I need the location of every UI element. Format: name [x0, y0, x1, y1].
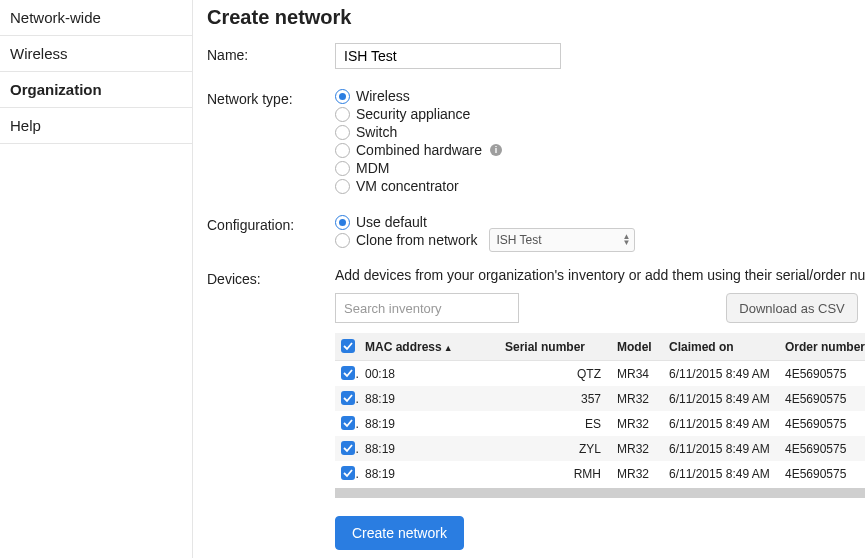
radio-switch[interactable]: Switch [335, 123, 853, 141]
cell-serial: RMH [499, 461, 611, 486]
table-row: 88:19ZYLMR326/11/2015 8:49 AM4E5690575DE [335, 436, 865, 461]
row-checkbox[interactable] [341, 366, 355, 380]
cell-claimed: 6/11/2015 8:49 AM [663, 361, 779, 387]
cell-claimed: 6/11/2015 8:49 AM [663, 411, 779, 436]
page-title: Create network [207, 6, 853, 29]
radio-dot-icon [335, 143, 350, 158]
radio-label: Clone from network [356, 232, 477, 248]
radio-clone-from-network[interactable]: Clone from network ISH Test ▲▼ [335, 231, 853, 249]
radio-dot-icon [335, 179, 350, 194]
radio-label: Use default [356, 214, 427, 230]
radio-label: MDM [356, 160, 389, 176]
radio-dot-icon [335, 233, 350, 248]
table-header-row: MAC address▲ Serial number Model Claimed… [335, 333, 865, 361]
check-icon [343, 468, 353, 478]
radio-dot-icon [335, 89, 350, 104]
info-icon[interactable]: i [490, 144, 502, 156]
radio-mdm[interactable]: MDM [335, 159, 853, 177]
radio-label: VM concentrator [356, 178, 459, 194]
radio-dot-icon [335, 107, 350, 122]
cell-model: MR32 [611, 436, 663, 461]
col-mac-header[interactable]: MAC address▲ [359, 333, 499, 361]
row-network-type: Network type: Wireless Security applianc… [207, 87, 853, 195]
devices-hint: Add devices from your organization's inv… [335, 267, 865, 283]
label-configuration: Configuration: [207, 213, 335, 233]
check-icon [343, 393, 353, 403]
cell-claimed: 6/11/2015 8:49 AM [663, 461, 779, 486]
cell-mac: 00:18 [359, 361, 499, 387]
col-serial-header[interactable]: Serial number [499, 333, 611, 361]
cell-mac: 88:19 [359, 436, 499, 461]
check-icon [343, 443, 353, 453]
table-row: 88:19357MR326/11/2015 8:49 AM4E5690575DE [335, 386, 865, 411]
sidebar-item-organization[interactable]: Organization [0, 72, 192, 108]
check-icon [343, 368, 353, 378]
cell-claimed: 6/11/2015 8:49 AM [663, 436, 779, 461]
radio-dot-icon [335, 125, 350, 140]
label-network-type: Network type: [207, 87, 335, 107]
row-checkbox[interactable] [341, 441, 355, 455]
radio-label: Switch [356, 124, 397, 140]
select-all-checkbox[interactable] [341, 339, 355, 353]
cell-model: MR32 [611, 461, 663, 486]
radio-dot-icon [335, 161, 350, 176]
radio-label: Security appliance [356, 106, 470, 122]
name-input[interactable] [335, 43, 561, 69]
download-csv-button[interactable]: Download as CSV [726, 293, 858, 323]
cell-order: 4E5690575 [779, 361, 865, 387]
devices-panel: Add devices from your organization's inv… [335, 267, 865, 550]
radio-security-appliance[interactable]: Security appliance [335, 105, 853, 123]
configuration-options: Use default Clone from network ISH Test … [335, 213, 853, 249]
cell-order: 4E5690575 [779, 411, 865, 436]
row-configuration: Configuration: Use default Clone from ne… [207, 213, 853, 249]
row-name: Name: [207, 43, 853, 69]
devices-table: MAC address▲ Serial number Model Claimed… [335, 333, 865, 498]
clone-network-select[interactable]: ISH Test ▲▼ [489, 228, 635, 252]
cell-mac: 88:19 [359, 411, 499, 436]
sidebar: Network-wide Wireless Organization Help [0, 0, 193, 558]
col-model-header[interactable]: Model [611, 333, 663, 361]
cell-serial: ZYL [499, 436, 611, 461]
radio-wireless[interactable]: Wireless [335, 87, 853, 105]
cell-order: 4E5690575 [779, 386, 865, 411]
col-order-header[interactable]: Order number [779, 333, 865, 361]
cell-order: 4E5690575 [779, 436, 865, 461]
radio-label: Wireless [356, 88, 410, 104]
row-checkbox[interactable] [341, 416, 355, 430]
cell-mac: 88:19 [359, 386, 499, 411]
radio-dot-icon [335, 215, 350, 230]
search-input[interactable] [335, 293, 519, 323]
table-row: 88:19ESMR326/11/2015 8:49 AM4E5690575DE [335, 411, 865, 436]
network-type-options: Wireless Security appliance Switch Combi… [335, 87, 853, 195]
cell-model: MR34 [611, 361, 663, 387]
row-devices: Devices: Add devices from your organizat… [207, 267, 853, 550]
table-row: 00:18QTZMR346/11/2015 8:49 AM4E5690575DE [335, 361, 865, 387]
cell-claimed: 6/11/2015 8:49 AM [663, 386, 779, 411]
sidebar-item-help[interactable]: Help [0, 108, 192, 144]
main-content: Create network Name: Network type: Wirel… [193, 0, 865, 558]
row-checkbox[interactable] [341, 466, 355, 480]
radio-label: Combined hardware [356, 142, 482, 158]
label-devices: Devices: [207, 267, 335, 287]
label-name: Name: [207, 43, 335, 63]
cell-order: 4E5690575 [779, 461, 865, 486]
col-claimed-header[interactable]: Claimed on [663, 333, 779, 361]
radio-combined-hardware[interactable]: Combined hardware i [335, 141, 853, 159]
sidebar-item-wireless[interactable]: Wireless [0, 36, 192, 72]
cell-serial: QTZ [499, 361, 611, 387]
cell-serial: 357 [499, 386, 611, 411]
sidebar-item-network-wide[interactable]: Network-wide [0, 0, 192, 36]
cell-serial: ES [499, 411, 611, 436]
sort-asc-icon: ▲ [444, 343, 453, 353]
h-scrollbar[interactable] [335, 488, 865, 498]
cell-mac: 88:19 [359, 461, 499, 486]
cell-model: MR32 [611, 386, 663, 411]
radio-vm-concentrator[interactable]: VM concentrator [335, 177, 853, 195]
cell-model: MR32 [611, 411, 663, 436]
row-checkbox[interactable] [341, 391, 355, 405]
create-network-button[interactable]: Create network [335, 516, 464, 550]
check-icon [343, 341, 353, 351]
clone-network-select-value: ISH Test [496, 233, 541, 247]
table-row: 88:19RMHMR326/11/2015 8:49 AM4E5690575DE [335, 461, 865, 486]
check-icon [343, 418, 353, 428]
